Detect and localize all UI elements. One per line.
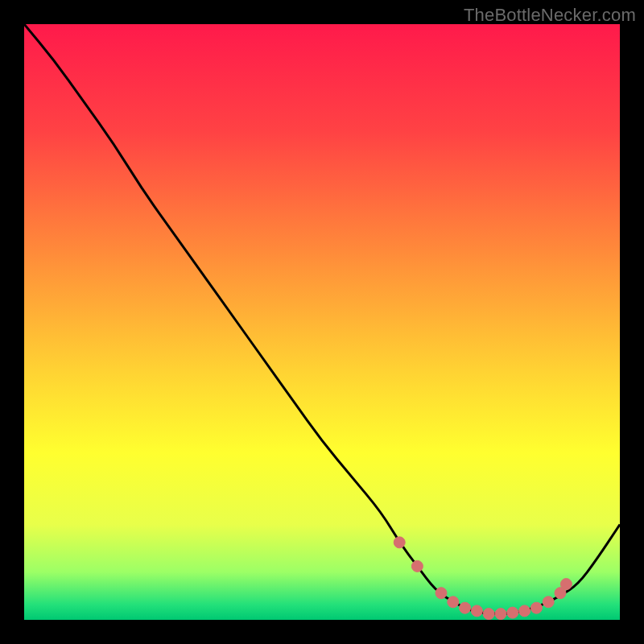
marker-dot	[560, 579, 572, 590]
marker-dot	[411, 560, 423, 572]
chart-frame: TheBottleNecker.com	[0, 0, 644, 644]
marker-dot	[394, 537, 405, 548]
marker-dot	[507, 607, 518, 618]
marker-dot	[530, 602, 542, 613]
marker-dot	[460, 602, 471, 613]
marker-dot	[436, 588, 447, 599]
gradient-background	[24, 24, 620, 620]
marker-dot	[471, 605, 482, 617]
marker-dot	[483, 609, 494, 620]
marker-dot	[519, 605, 530, 617]
bottleneck-chart	[0, 0, 644, 644]
marker-dot	[543, 597, 554, 608]
marker-dot	[495, 609, 506, 620]
marker-dot	[448, 597, 459, 608]
